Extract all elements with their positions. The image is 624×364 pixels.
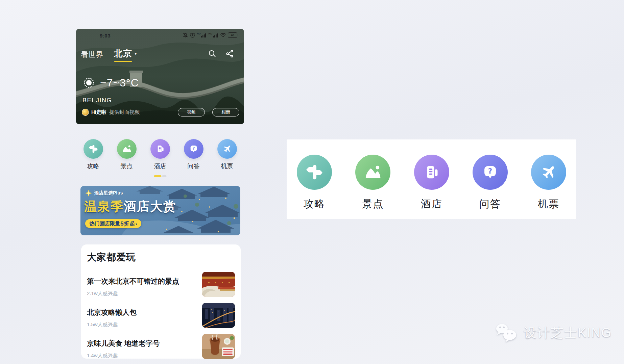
hotpot-thumbnail — [202, 334, 235, 359]
list-item-title: 京味儿美食 地道老字号 — [87, 339, 202, 348]
popular-section: 大家都爱玩 第一次来北京不可错过的景点 2.1w人感兴趣 — [81, 244, 241, 359]
weather-block: −7~3°C — [82, 76, 139, 89]
nav-item-qa-large[interactable]: ? 问答 — [473, 155, 508, 219]
active-tab-underline — [114, 61, 132, 62]
wechat-icon — [495, 323, 519, 342]
phone-screenshot: 9:03 HD — [76, 29, 244, 359]
network-hd-label: HD — [197, 32, 201, 35]
signal-bars-icon — [213, 33, 218, 37]
network-hd-label: HD — [208, 32, 212, 35]
mountain-icon — [363, 162, 383, 182]
banner-brand-label: 酒店星选Plus — [94, 190, 123, 196]
nav-item-label: 酒店 — [154, 162, 166, 170]
list-item[interactable]: 京味儿美食 地道老字号 1.4w人感兴趣 — [87, 334, 235, 359]
nav-item-label: 机票 — [221, 162, 233, 170]
page-indicator — [154, 175, 166, 177]
city-night-thumbnail — [202, 303, 235, 328]
signal-bars-icon — [201, 33, 207, 37]
nav-item-guide[interactable]: 攻略 — [83, 139, 103, 170]
page-indicator-active — [154, 175, 161, 177]
video-button[interactable]: 视频 — [178, 108, 205, 116]
provider-credit-text: 提供封面视频 — [109, 109, 140, 115]
battery-level: 46 — [231, 33, 234, 37]
svg-text:?: ? — [488, 167, 492, 175]
city-name-en: BEI JING — [82, 97, 112, 104]
temperature-value: −7~3°C — [100, 77, 139, 89]
page-indicator-inactive — [162, 175, 166, 177]
list-item-title: 北京攻略懒人包 — [87, 308, 202, 317]
tab-world[interactable]: 看世界 — [81, 50, 103, 60]
nav-item-guide-large[interactable]: 攻略 — [297, 155, 332, 219]
hero-header: 看世界 北京▾ — [80, 48, 240, 61]
nav-item-label: 攻略 — [87, 162, 99, 170]
search-icon[interactable] — [208, 50, 216, 58]
svg-text:?: ? — [192, 146, 195, 151]
list-item-meta: 2.1w人感兴趣 — [87, 290, 202, 297]
nav-item-flight-large[interactable]: 机票 — [531, 155, 566, 219]
clock-time: 9:03 — [100, 33, 111, 38]
alarm-clock-icon — [190, 33, 195, 38]
section-title: 大家都爱玩 — [87, 251, 235, 264]
signpost-icon — [305, 162, 324, 182]
nav-item-label: 问答 — [188, 162, 200, 170]
watermark-text: 设计芝士KING — [524, 324, 612, 341]
city-selector[interactable]: 北京▾ — [114, 48, 137, 62]
nav-item-sights-large[interactable]: 景点 — [355, 155, 390, 219]
nav-item-label: 攻略 — [304, 197, 325, 211]
list-item[interactable]: 北京攻略懒人包 1.5w人感兴趣 — [87, 303, 235, 328]
zoomed-icons-panel: 攻略 景点 — [287, 139, 576, 219]
quick-nav: 攻略 景点 — [76, 139, 244, 170]
provider-name[interactable]: HI走啦 — [91, 109, 106, 115]
question-icon: ? — [188, 144, 199, 154]
nav-item-hotel[interactable]: 酒店 — [150, 139, 170, 170]
nav-item-hotel-large[interactable]: 酒店 — [414, 155, 449, 219]
nav-item-label: 景点 — [362, 197, 384, 211]
signpost-icon — [88, 144, 99, 154]
nav-item-label: 酒店 — [421, 197, 442, 211]
list-item-meta: 1.4w人感兴趣 — [87, 353, 202, 359]
list-item-meta: 1.5w人感兴趣 — [87, 321, 202, 328]
question-icon: ? — [480, 162, 500, 182]
nav-item-qa[interactable]: ? 问答 — [184, 139, 203, 170]
star-badge-icon — [85, 189, 92, 197]
promo-banner[interactable]: 酒店星选Plus 温泉季酒店大赏 热门酒店限量5折起› — [80, 186, 240, 235]
nav-item-label: 问答 — [479, 197, 501, 211]
share-icon[interactable] — [226, 50, 234, 58]
nav-item-label: 景点 — [121, 162, 133, 170]
wifi-icon — [220, 33, 226, 37]
provider-avatar[interactable] — [82, 109, 89, 116]
watermark: 设计芝士KING — [495, 323, 612, 342]
battery-icon: 46 — [228, 32, 237, 38]
banner-cta-button[interactable]: 热门酒店限量5折起› — [85, 219, 141, 228]
nav-item-sights[interactable]: 景点 — [117, 139, 137, 170]
hotel-icon — [155, 144, 166, 154]
chevron-down-icon: ▾ — [135, 51, 137, 56]
mountain-icon — [121, 144, 132, 154]
forbidden-city-thumbnail — [202, 272, 235, 297]
design-canvas: 9:03 HD — [0, 0, 624, 364]
chevron-right-icon: › — [135, 221, 137, 227]
hero-cover-video[interactable]: 9:03 HD — [76, 29, 244, 124]
mute-icon — [183, 33, 188, 38]
hotel-icon — [422, 162, 441, 182]
plane-icon — [222, 144, 233, 154]
status-bar: 9:03 HD — [76, 32, 244, 40]
city-selector-label: 北京 — [114, 48, 132, 58]
list-item-title: 第一次来北京不可错过的景点 — [87, 277, 202, 286]
banner-title: 温泉季酒店大赏 — [84, 198, 176, 215]
plane-icon — [539, 162, 558, 182]
album-button[interactable]: 相册 — [212, 108, 239, 116]
nav-item-label: 机票 — [538, 197, 559, 211]
list-item[interactable]: 第一次来北京不可错过的景点 2.1w人感兴趣 — [87, 272, 235, 297]
sun-icon — [82, 76, 96, 89]
nav-item-flight[interactable]: 机票 — [217, 139, 237, 170]
